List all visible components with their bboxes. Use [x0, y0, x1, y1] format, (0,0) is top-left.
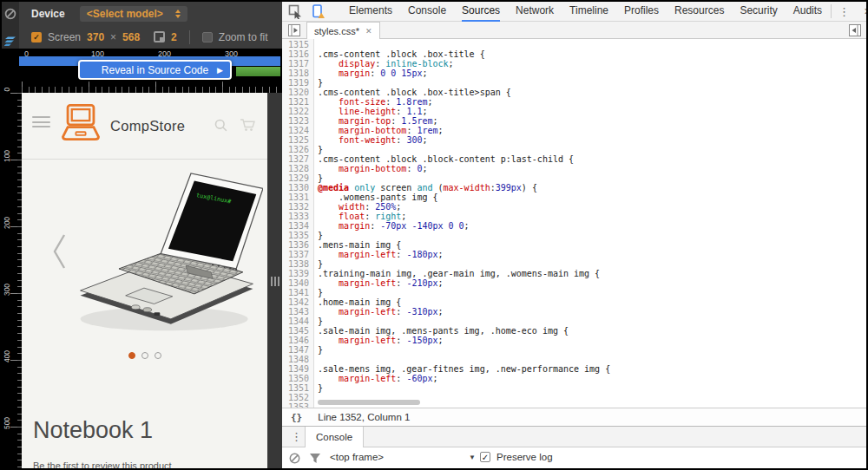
- tab-resources[interactable]: Resources: [674, 2, 724, 22]
- line-number-1340[interactable]: 1340: [282, 278, 313, 288]
- frame-selector-dropdown-icon[interactable]: ▼: [469, 454, 476, 461]
- cart-icon[interactable]: [240, 118, 255, 135]
- code-line-1316[interactable]: .cms-content .block .box-title {: [318, 49, 866, 59]
- preserve-log-checkbox[interactable]: ✓: [480, 452, 490, 462]
- code-line-1351[interactable]: }: [318, 383, 866, 393]
- line-number-1348[interactable]: 1348: [282, 355, 313, 364]
- code-line-1334[interactable]: margin: -70px -140px 0 0;: [318, 221, 866, 231]
- line-number-1335[interactable]: 1335: [282, 231, 313, 240]
- line-number-1342[interactable]: 1342: [282, 297, 313, 307]
- code-line-1318[interactable]: margin: 0 0 15px;: [318, 69, 866, 78]
- compstore-logo-icon[interactable]: [56, 102, 105, 146]
- file-tab-styles-css[interactable]: styles.css* ✕: [306, 22, 380, 39]
- line-number-1345[interactable]: 1345: [282, 326, 313, 336]
- file-tab-close-icon[interactable]: ✕: [365, 27, 372, 36]
- resizer-grip-icon[interactable]: [271, 277, 279, 286]
- code-line-1327[interactable]: .cms-content .block .block-content p:las…: [318, 154, 866, 164]
- tab-audits[interactable]: Audits: [793, 2, 822, 22]
- code-line-1344[interactable]: }: [318, 317, 866, 326]
- code-line-1335[interactable]: }: [318, 231, 866, 240]
- line-number-1349[interactable]: 1349: [282, 364, 313, 374]
- editor-code[interactable]: .cms-content .block .box-title { display…: [314, 39, 866, 408]
- code-line-1336[interactable]: .mens-main img {: [318, 240, 866, 250]
- code-line-1340[interactable]: margin-left: -210px;: [318, 278, 866, 288]
- code-line-1350[interactable]: margin-left: -60px;: [318, 374, 866, 383]
- reveal-in-source-menu[interactable]: Reveal in Source Code ▶: [78, 60, 232, 80]
- line-number-1327[interactable]: 1327: [282, 154, 313, 164]
- line-number-1324[interactable]: 1324: [282, 126, 313, 135]
- zoom-to-fit-checkbox[interactable]: [202, 32, 213, 42]
- tab-timeline[interactable]: Timeline: [569, 2, 608, 22]
- code-line-1341[interactable]: }: [318, 288, 866, 297]
- code-line-1346[interactable]: margin-left: -150px;: [318, 336, 866, 345]
- dpr-value[interactable]: 2: [171, 31, 177, 43]
- screen-height-value[interactable]: 568: [122, 31, 140, 43]
- line-number-1322[interactable]: 1322: [282, 107, 313, 116]
- line-number-1341[interactable]: 1341: [282, 288, 313, 297]
- code-line-1330[interactable]: @media only screen and (max-width:399px)…: [318, 183, 866, 193]
- tab-network[interactable]: Network: [516, 2, 554, 22]
- filter-icon[interactable]: [309, 452, 321, 467]
- tab-sources[interactable]: Sources: [462, 2, 500, 22]
- code-line-1319[interactable]: }: [318, 78, 866, 88]
- carousel-dot-1[interactable]: [128, 352, 135, 359]
- line-number-1339[interactable]: 1339: [282, 269, 313, 278]
- tab-console[interactable]: Console: [408, 2, 446, 22]
- code-line-1325[interactable]: font-weight: 300;: [318, 135, 866, 145]
- code-line-1320[interactable]: .cms-content .block .box-title>span {: [318, 88, 866, 97]
- line-number-1333[interactable]: 1333: [282, 212, 313, 221]
- horizontal-scrollbar-thumb[interactable]: [318, 400, 420, 405]
- line-number-1337[interactable]: 1337: [282, 250, 313, 259]
- line-number-1351[interactable]: 1351: [282, 383, 313, 393]
- code-line-1348[interactable]: [318, 355, 866, 364]
- code-line-1339[interactable]: .training-main img, .gear-main img, .wom…: [318, 269, 866, 278]
- right-panel-toggle-icon[interactable]: [849, 24, 861, 40]
- code-line-1328[interactable]: margin-bottom: 0;: [318, 164, 866, 173]
- code-line-1329[interactable]: }: [318, 173, 866, 183]
- line-number-1320[interactable]: 1320: [282, 88, 313, 97]
- carousel-dot-3[interactable]: [155, 352, 161, 359]
- code-line-1321[interactable]: font-size: 1.8rem;: [318, 97, 866, 107]
- line-number-1316[interactable]: 1316: [282, 49, 313, 59]
- line-number-1326[interactable]: 1326: [282, 145, 313, 154]
- code-line-1345[interactable]: .sale-main img, .mens-pants img, .home-e…: [318, 326, 866, 336]
- code-line-1337[interactable]: margin-left: -180px;: [318, 250, 866, 259]
- line-number-1334[interactable]: 1334: [282, 221, 313, 231]
- code-line-1317[interactable]: display: inline-block;: [318, 59, 866, 69]
- line-number-1336[interactable]: 1336: [282, 240, 313, 250]
- line-number-1318[interactable]: 1318: [282, 69, 313, 78]
- line-number-1329[interactable]: 1329: [282, 173, 313, 183]
- line-number-1332[interactable]: 1332: [282, 202, 313, 212]
- line-number-1321[interactable]: 1321: [282, 97, 313, 107]
- code-line-1315[interactable]: [318, 40, 866, 49]
- line-number-1346[interactable]: 1346: [282, 336, 313, 345]
- device-model-dropdown[interactable]: <Select model>: [80, 6, 187, 22]
- code-line-1323[interactable]: margin-top: 1.5rem;: [318, 116, 866, 126]
- tab-elements[interactable]: Elements: [349, 2, 392, 22]
- line-number-1338[interactable]: 1338: [282, 259, 313, 269]
- disable-overrides-icon[interactable]: [4, 8, 16, 23]
- code-line-1349[interactable]: .sale-mens img, .gear-fitnes img, .new-p…: [318, 364, 866, 374]
- device-mode-icon[interactable]: [310, 4, 326, 19]
- line-number-1350[interactable]: 1350: [282, 374, 313, 383]
- frame-selector[interactable]: <top frame>: [330, 452, 384, 462]
- code-line-1338[interactable]: }: [318, 259, 866, 269]
- pretty-print-icon[interactable]: {}: [291, 412, 302, 423]
- line-number-1325[interactable]: 1325: [282, 135, 313, 145]
- carousel-dot-2[interactable]: [141, 352, 148, 359]
- line-number-1331[interactable]: 1331: [282, 193, 313, 202]
- code-line-1331[interactable]: .womens-pants img {: [318, 193, 866, 202]
- drawer-kebab-icon[interactable]: ⋮: [291, 430, 302, 443]
- line-number-1319[interactable]: 1319: [282, 78, 313, 88]
- close-devtools-icon[interactable]: ✕: [857, 6, 868, 17]
- code-line-1324[interactable]: margin-bottom: 1rem;: [318, 126, 866, 135]
- clear-console-icon[interactable]: [289, 452, 300, 467]
- tab-profiles[interactable]: Profiles: [624, 2, 659, 22]
- kebab-menu-icon[interactable]: ⋮: [832, 5, 857, 18]
- line-number-1317[interactable]: 1317: [282, 59, 313, 69]
- code-line-1343[interactable]: margin-left: -310px;: [318, 307, 866, 317]
- search-icon[interactable]: [214, 119, 227, 135]
- carousel-prev-arrow[interactable]: [51, 232, 67, 275]
- code-line-1326[interactable]: }: [318, 145, 866, 154]
- screen-checkbox[interactable]: ✓: [31, 32, 42, 42]
